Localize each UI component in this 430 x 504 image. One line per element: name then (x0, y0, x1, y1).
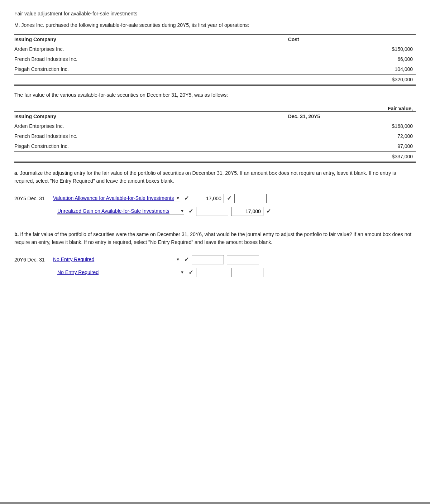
company-name: Pisgah Construction Inc. (14, 64, 288, 75)
fv-company-name: Pisgah Construction Inc. (14, 141, 288, 152)
check-a2: ✓ (188, 208, 193, 215)
total-value: $320,000 (288, 75, 416, 85)
credit-input-b1[interactable] (227, 255, 259, 264)
credit-input-a1[interactable] (234, 194, 267, 203)
credit-input-a2[interactable] (231, 207, 263, 216)
fair-value-intro: The fair value of the various available-… (14, 92, 416, 98)
fv-value: $168,000 (288, 121, 416, 131)
debit-input-b2[interactable] (196, 268, 228, 277)
fv-value: 97,000 (288, 141, 416, 152)
fv-value: 72,000 (288, 131, 416, 141)
journal-row-a-credit: Unrealized Gain on Available-for-Sale In… (14, 207, 416, 216)
account-select-b2[interactable]: No Entry Required Valuation Allowance fo… (57, 269, 180, 276)
table-row: French Broad Industries Inc. 72,000 (14, 131, 416, 141)
question-a-text: Journalize the adjusting entry for the f… (14, 170, 396, 184)
account-select-wrapper-a1[interactable]: Valuation Allowance for Available-for-Sa… (53, 195, 180, 202)
cost-value: 104,000 (288, 64, 416, 75)
journal-date-b: 20Y6 Dec. 31 (14, 257, 50, 263)
company-name: French Broad Industries Inc. (14, 54, 288, 64)
credit-input-b2[interactable] (231, 268, 263, 277)
fv-col-date-header: Dec. 31, 20Y5 (288, 112, 416, 121)
page-title: Fair value adjustment for available-for-… (14, 11, 416, 16)
table-row: Arden Enterprises Inc. $168,000 (14, 121, 416, 131)
account-select-wrapper-b2[interactable]: No Entry Required Valuation Allowance fo… (57, 269, 184, 276)
fv-total-value: $337,000 (288, 152, 416, 162)
dropdown-arrow-a2: ▼ (180, 209, 184, 213)
total-row: $320,000 (14, 75, 416, 85)
table-row: Pisgah Construction Inc. 97,000 (14, 141, 416, 152)
fv-col-company-spacer (14, 104, 288, 112)
fv-company-name: French Broad Industries Inc. (14, 131, 288, 141)
check-credit-a2: ✓ (266, 208, 271, 215)
debit-input-a2[interactable] (196, 207, 228, 216)
question-b-label: b. (14, 231, 19, 237)
check-b2: ✓ (188, 269, 193, 276)
debit-input-b1[interactable] (192, 255, 224, 264)
check-b1: ✓ (184, 256, 189, 263)
dropdown-arrow-b2: ▼ (180, 270, 184, 274)
col-header-cost: Cost (288, 35, 416, 44)
intro-text: M. Jones Inc. purchased the following av… (14, 22, 416, 28)
cost-value: $150,000 (288, 44, 416, 54)
journal-row-b2: No Entry Required Valuation Allowance fo… (14, 268, 416, 277)
table-row: Arden Enterprises Inc. $150,000 (14, 44, 416, 54)
journal-section-b: 20Y6 Dec. 31 No Entry Required Valuation… (14, 255, 416, 277)
check-debit-a1: ✓ (227, 195, 231, 202)
journal-row-b1: 20Y6 Dec. 31 No Entry Required Valuation… (14, 255, 416, 264)
question-a-label: a. (14, 170, 19, 176)
account-select-wrapper-b1[interactable]: No Entry Required Valuation Allowance fo… (53, 256, 180, 263)
cost-table: Issuing Company Cost Arden Enterprises I… (14, 34, 416, 86)
table-row: French Broad Industries Inc. 66,000 (14, 54, 416, 64)
check-a1: ✓ (184, 195, 189, 202)
account-select-a1[interactable]: Valuation Allowance for Available-for-Sa… (53, 195, 175, 202)
company-name: Arden Enterprises Inc. (14, 44, 288, 54)
journal-date-a: 20Y5 Dec. 31 (14, 196, 50, 201)
col-header-company: Issuing Company (14, 35, 288, 44)
fv-col-company-header: Issuing Company (14, 112, 288, 121)
total-label (14, 75, 288, 85)
fair-value-table: Fair Value, Issuing Company Dec. 31, 20Y… (14, 104, 416, 163)
fv-total-row: $337,000 (14, 152, 416, 162)
question-a: a. Journalize the adjusting entry for th… (14, 169, 416, 185)
account-select-wrapper-a2[interactable]: Unrealized Gain on Available-for-Sale In… (57, 207, 184, 215)
debit-input-a1[interactable] (192, 194, 224, 203)
question-b-text: If the fair value of the portfolio of se… (14, 231, 411, 245)
fv-company-name: Arden Enterprises Inc. (14, 121, 288, 131)
fv-total-label (14, 152, 288, 162)
journal-row-a-debit: 20Y5 Dec. 31 Valuation Allowance for Ava… (14, 194, 416, 203)
account-select-b1[interactable]: No Entry Required Valuation Allowance fo… (53, 256, 175, 263)
dropdown-arrow-b1: ▼ (176, 257, 180, 261)
account-select-a2[interactable]: Unrealized Gain on Available-for-Sale In… (57, 207, 180, 215)
journal-section-a: 20Y5 Dec. 31 Valuation Allowance for Ava… (14, 194, 416, 216)
cost-value: 66,000 (288, 54, 416, 64)
question-b: b. If the fair value of the portfolio of… (14, 230, 416, 246)
table-row: Pisgah Construction Inc. 104,000 (14, 64, 416, 75)
dropdown-arrow-a1: ▼ (176, 196, 180, 200)
fv-col-header-sub: Fair Value, (288, 104, 416, 112)
